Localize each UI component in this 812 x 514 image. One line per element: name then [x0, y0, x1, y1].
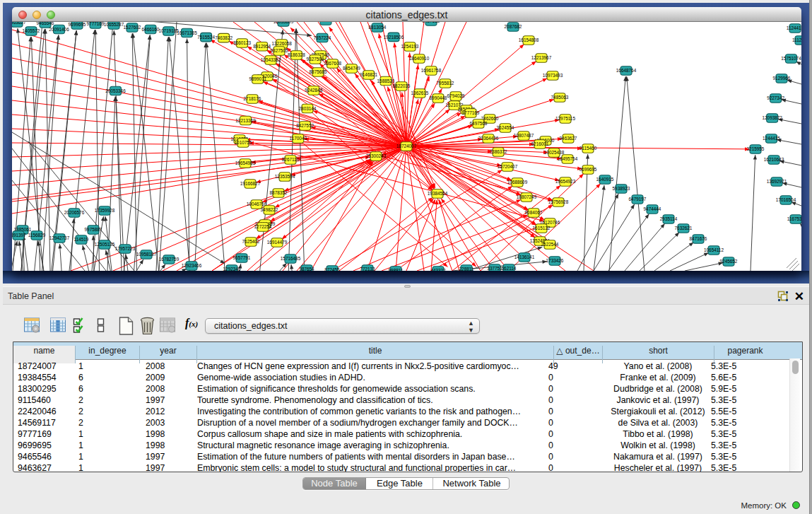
svg-text:19654985: 19654985 — [235, 160, 256, 165]
svg-text:9657791: 9657791 — [233, 255, 251, 260]
svg-text:7515524: 7515524 — [197, 35, 215, 40]
svg-text:0699695: 0699695 — [579, 167, 597, 172]
svg-text:8186328: 8186328 — [288, 52, 305, 57]
svg-text:20364436: 20364436 — [478, 136, 499, 141]
svg-text:19654923: 19654923 — [555, 179, 576, 184]
svg-text:16914479: 16914479 — [267, 240, 288, 245]
svg-text:17957223: 17957223 — [115, 246, 136, 251]
svg-text:20053346: 20053346 — [105, 88, 126, 93]
svg-text:1733426: 1733426 — [546, 258, 564, 263]
svg-text:19756928: 19756928 — [548, 199, 569, 204]
svg-text:8660123: 8660123 — [233, 40, 251, 45]
svg-text:13692971: 13692971 — [767, 179, 787, 184]
svg-text:1112753: 1112753 — [792, 37, 801, 42]
svg-text:9463627: 9463627 — [12, 22, 26, 25]
svg-text:662114: 662114 — [502, 266, 517, 271]
svg-text:10958187: 10958187 — [136, 252, 157, 257]
svg-text:3498222: 3498222 — [261, 207, 278, 212]
svg-text:12093872: 12093872 — [762, 115, 782, 120]
svg-text:12213369: 12213369 — [235, 118, 256, 123]
svg-text:1640915: 1640915 — [596, 177, 614, 182]
svg-text:2718176: 2718176 — [244, 96, 261, 101]
svg-text:18724007: 18724007 — [396, 144, 417, 148]
svg-text:9474444: 9474444 — [644, 206, 661, 211]
svg-text:10688609: 10688609 — [507, 180, 528, 185]
svg-text:9699695: 9699695 — [69, 22, 86, 27]
svg-text:16671385: 16671385 — [177, 30, 197, 35]
svg-text:3215955: 3215955 — [747, 146, 765, 151]
svg-text:2087682: 2087682 — [505, 24, 522, 29]
svg-text:10807487: 10807487 — [514, 133, 534, 138]
svg-text:12942737: 12942737 — [49, 235, 70, 240]
svg-text:10973493: 10973493 — [543, 73, 563, 78]
svg-text:9146821: 9146821 — [360, 72, 377, 77]
svg-text:7485063: 7485063 — [551, 95, 569, 100]
svg-text:12975115: 12975115 — [555, 116, 575, 121]
svg-text:9084067: 9084067 — [525, 210, 543, 215]
svg-text:15720407: 15720407 — [498, 164, 518, 169]
svg-text:1156829: 1156829 — [28, 233, 46, 238]
svg-text:17016504: 17016504 — [776, 197, 796, 202]
svg-text:8878352: 8878352 — [270, 190, 288, 195]
svg-text:6479197: 6479197 — [629, 197, 647, 201]
svg-text:12213967: 12213967 — [531, 55, 552, 60]
svg-text:19218506: 19218506 — [384, 35, 404, 40]
svg-text:228811: 228811 — [459, 267, 474, 271]
svg-text:8990448: 8990448 — [430, 95, 447, 100]
svg-text:16210643: 16210643 — [764, 157, 784, 162]
svg-text:10655287: 10655287 — [104, 22, 124, 27]
svg-text:1010755: 1010755 — [235, 140, 252, 145]
svg-text:1170043: 1170043 — [290, 136, 307, 141]
svg-text:18807249: 18807249 — [517, 194, 537, 199]
svg-text:12505135: 12505135 — [95, 242, 115, 247]
svg-text:9463627: 9463627 — [560, 136, 577, 141]
svg-text:1588520: 1588520 — [377, 78, 395, 83]
svg-text:3624554: 3624554 — [497, 125, 514, 130]
svg-text:8813054: 8813054 — [369, 25, 387, 30]
svg-text:7632621: 7632621 — [675, 226, 693, 230]
svg-text:998811: 998811 — [389, 268, 404, 271]
svg-text:10046766: 10046766 — [247, 201, 267, 206]
svg-text:10543382: 10543382 — [261, 57, 281, 62]
svg-text:9777169: 9777169 — [87, 22, 105, 26]
svg-text:337751: 337751 — [487, 266, 502, 271]
svg-text:6794028: 6794028 — [447, 93, 465, 98]
svg-text:25300243: 25300243 — [366, 153, 387, 158]
svg-text:16961758: 16961758 — [421, 68, 442, 73]
svg-text:5938923: 5938923 — [613, 186, 630, 191]
svg-text:14136141: 14136141 — [514, 255, 535, 259]
svg-text:7357224: 7357224 — [314, 35, 331, 40]
svg-text:8267110: 8267110 — [282, 157, 300, 162]
svg-text:391397: 391397 — [12, 233, 26, 238]
svg-text:1167533: 1167533 — [787, 216, 801, 221]
svg-text:2522544: 2522544 — [541, 242, 559, 247]
svg-text:7386372: 7386372 — [490, 149, 507, 154]
svg-text:20206576: 20206576 — [64, 210, 85, 215]
svg-text:9465546: 9465546 — [37, 22, 54, 25]
svg-text:7625402: 7625402 — [242, 239, 260, 244]
svg-text:12353594: 12353594 — [275, 174, 295, 179]
svg-text:9245652: 9245652 — [720, 259, 738, 264]
svg-text:2803144: 2803144 — [299, 106, 317, 111]
svg-text:8912954: 8912954 — [253, 44, 271, 49]
svg-text:8875685: 8875685 — [310, 69, 327, 74]
svg-text:6466160: 6466160 — [142, 27, 160, 32]
svg-text:18495754: 18495754 — [558, 156, 578, 161]
svg-text:1124415: 1124415 — [787, 25, 801, 30]
svg-text:6497568: 6497568 — [470, 121, 488, 126]
svg-text:8427552: 8427552 — [423, 22, 440, 23]
svg-text:9129966: 9129966 — [773, 76, 791, 81]
svg-text:6216001: 6216001 — [531, 141, 549, 146]
svg-text:16154808: 16154808 — [519, 37, 539, 42]
svg-text:1362615: 1362615 — [411, 90, 429, 95]
svg-text:872455: 872455 — [324, 267, 340, 271]
svg-text:1615132: 1615132 — [533, 226, 551, 230]
svg-text:19166827: 19166827 — [240, 181, 261, 186]
svg-text:987654: 987654 — [299, 267, 314, 271]
svg-text:8454749: 8454749 — [343, 66, 360, 71]
svg-text:8427552: 8427552 — [296, 123, 314, 128]
svg-text:114519: 114519 — [74, 237, 89, 242]
svg-text:16782759: 16782759 — [159, 257, 180, 262]
svg-text:18640910: 18640910 — [409, 56, 430, 61]
svg-text:772133: 772133 — [360, 267, 375, 271]
